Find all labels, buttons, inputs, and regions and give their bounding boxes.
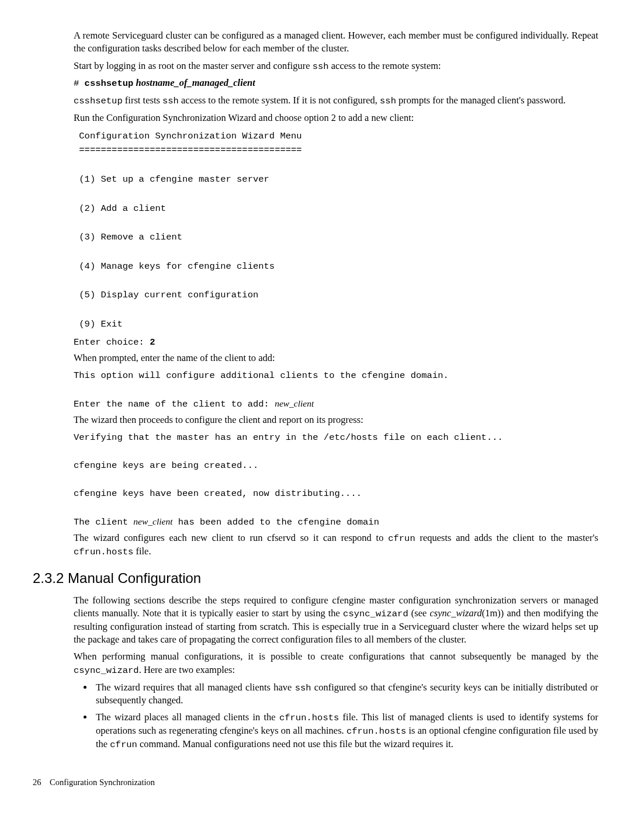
list-item: The wizard places all managed clients in… — [93, 711, 598, 751]
code-inline: cfrun.hosts — [74, 547, 133, 557]
list-item: The wizard requires that all managed cli… — [93, 681, 598, 707]
terminal-output: This option will configure additional cl… — [74, 369, 598, 411]
text: The wizard configures each new client to… — [74, 532, 388, 543]
code-inline: csshsetup — [74, 96, 123, 106]
code-inline: ssh — [380, 96, 396, 106]
command: csshsetup — [85, 78, 134, 89]
paragraph: csshsetup first tests ssh access to the … — [74, 94, 598, 107]
placeholder: new_client — [133, 516, 172, 526]
code-inline: cfrun — [388, 533, 415, 544]
code-inline: cfrun — [110, 740, 137, 750]
terminal-output: Verifying that the master has an entry i… — [74, 431, 598, 529]
placeholder: new_client — [275, 398, 314, 408]
paragraph: The wizard configures each new client to… — [74, 532, 598, 558]
text: The wizard places all managed clients in… — [96, 711, 279, 723]
code-inline: ssh — [162, 96, 179, 106]
paragraph: Start by logging in as root on the maste… — [74, 60, 598, 73]
text: When performing manual configurations, i… — [74, 651, 598, 662]
footer-text: Configuration Synchronization — [50, 777, 155, 787]
code-inline: csync_wizard — [343, 609, 408, 619]
text: . Here are two examples: — [139, 664, 235, 675]
bullet-list: The wizard requires that all managed cli… — [74, 681, 598, 751]
text: access to the remote system. If it is no… — [179, 95, 380, 106]
text: first tests — [123, 95, 162, 106]
text: requests and adds the client to the mast… — [415, 532, 598, 543]
text: Verifying that the master has an entry i… — [74, 432, 503, 527]
command-arg: hostname_of_managed_client — [133, 77, 255, 88]
paragraph: When prompted, enter the name of the cli… — [74, 352, 598, 365]
code-inline: ssh — [295, 683, 311, 693]
menu-output: Configuration Synchronization Wizard Men… — [74, 129, 598, 332]
text: The wizard requires that all managed cli… — [96, 682, 295, 693]
prompt-output: Enter choice: 2 — [74, 335, 598, 349]
code-inline: csync_wizard — [74, 665, 139, 676]
code-inline: ssh — [313, 61, 329, 72]
prompt: # — [74, 78, 85, 89]
text: access to the remote system: — [329, 60, 441, 71]
page-number: 26 — [33, 777, 41, 787]
section-heading: 2.3.2 Manual Configuration — [33, 569, 598, 588]
text: file. — [133, 546, 151, 557]
text: This option will configure additional cl… — [74, 370, 449, 409]
paragraph: Run the Configuration Synchronization Wi… — [74, 112, 598, 124]
manpage-ref: csync_wizard — [430, 608, 482, 619]
text: has been added to the cfengine domain — [172, 517, 379, 527]
user-input: 2 — [150, 337, 155, 348]
code-inline: cfrun.hosts — [346, 726, 406, 737]
paragraph: The following sections describe the step… — [74, 594, 598, 647]
command-line: # csshsetup hostname_of_managed_client — [74, 77, 598, 90]
paragraph: When performing manual configurations, i… — [74, 650, 598, 676]
text: prompts for the managed client's passwor… — [396, 95, 566, 106]
page-footer: 26 Configuration Synchronization — [33, 777, 598, 789]
text: Enter choice: — [74, 337, 150, 348]
text: Start by logging in as root on the maste… — [74, 60, 313, 71]
paragraph: The wizard then proceeds to configure th… — [74, 414, 598, 426]
text: (see — [408, 608, 430, 619]
code-inline: cfrun.hosts — [279, 713, 339, 723]
paragraph: A remote Serviceguard cluster can be con… — [74, 29, 598, 55]
text: command. Manual configurations need not … — [137, 738, 453, 749]
